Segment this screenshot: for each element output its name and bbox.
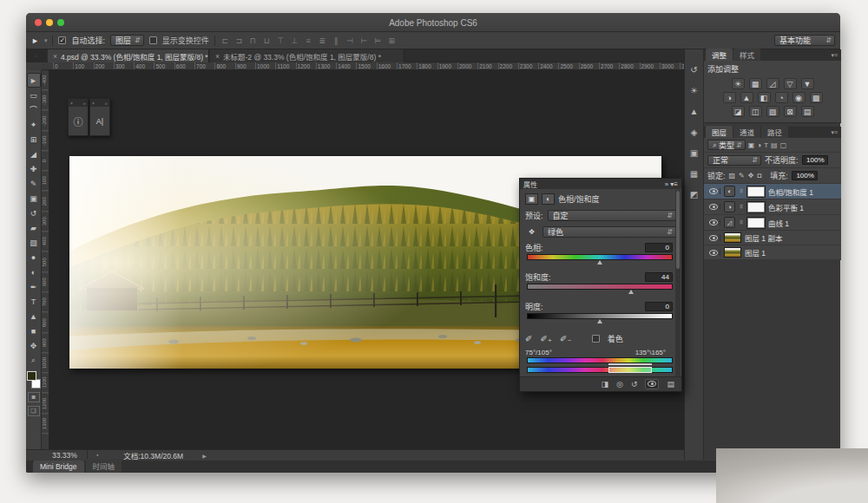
zoom-level-field[interactable]: 33.33% [52,451,87,460]
layer-filter-icon[interactable]: ◑ [757,141,761,149]
tool-button[interactable]: ✦ [27,117,41,132]
collapse-icon[interactable]: ›› [105,101,108,106]
adjustment-type-icon[interactable]: ◪ [732,106,745,117]
adjustment-type-icon[interactable]: ▦ [749,78,762,89]
tool-button[interactable]: ▭ [27,88,41,102]
tab-adjustments[interactable]: 调整 [706,49,733,61]
adjustment-badge-icon[interactable]: ◑ [724,201,735,212]
adjustment-type-icon[interactable]: ▤ [801,106,814,117]
tool-button[interactable]: ▣ [27,191,41,206]
adjustment-type-icon[interactable]: ◧ [758,92,771,103]
lock-icon[interactable]: ✥ [748,172,754,180]
visibility-eye-icon[interactable] [707,250,720,256]
collapse-icon[interactable]: ›› [83,101,86,106]
hue-value[interactable]: 0 [645,243,673,252]
tab-paths[interactable]: 路径 [761,126,788,138]
show-transform-checkbox[interactable]: ✓ [149,36,157,44]
tool-button[interactable]: ✒ [27,279,41,294]
adjustment-type-icon[interactable]: ◑ [723,92,736,103]
tool-button[interactable]: ► [27,73,41,88]
document-tab-1[interactable]: × 4.psd @ 33.3% (色相/饱和度 1, 图层蒙版/8) * [48,49,209,62]
targeted-adjust-icon[interactable]: ✥ [525,226,538,238]
collapsed-panel-icon[interactable]: ▦ [687,167,701,180]
align-icon[interactable]: ≣ [318,36,327,45]
layer-name[interactable]: 色彩平衡 1 [768,202,804,212]
panel-action-icon[interactable]: ↺ [631,380,638,389]
auto-select-checkbox[interactable]: ✓ [58,36,66,44]
eyedropper-icon[interactable]: ✐₊ [540,334,552,343]
align-icon[interactable]: ⊏ [220,36,230,45]
tool-button[interactable]: ⊞ [27,132,41,147]
move-tool-icon[interactable]: ► [31,36,39,45]
auto-select-dropdown[interactable]: 图层⇵ [110,35,144,46]
tab-timeline[interactable]: 时间轴 [86,459,122,473]
visibility-eye-icon[interactable] [707,219,720,225]
adjustment-type-icon[interactable]: ▽ [784,78,797,89]
fill-value[interactable]: 100% [792,171,818,180]
tab-mini-bridge[interactable]: Mini Bridge [33,461,84,473]
layer-row-color-balance[interactable]: ◑ ∞ 色彩平衡 1 [704,199,841,215]
visibility-eye-icon[interactable] [707,204,720,210]
align-icon[interactable]: ∥ [332,36,341,45]
hue-slider[interactable] [527,254,673,265]
adjustment-type-icon[interactable]: ◔ [775,92,788,103]
adjustment-type-icon[interactable]: ▨ [766,106,779,117]
tab-channels[interactable]: 通道 [733,126,760,138]
screen-mode-button[interactable]: ❏ [28,406,40,416]
tool-button[interactable]: ⌒ [27,102,41,117]
adjustment-badge-icon[interactable]: ◐ [724,186,735,197]
visibility-eye-icon[interactable] [707,188,720,194]
layer-filter-icon[interactable]: ▤ [771,141,778,149]
blend-mode-dropdown[interactable]: 正常⇵ [707,155,761,166]
info-panel-icon[interactable]: ⓘ [69,107,88,135]
lightness-value[interactable]: 0 [645,302,673,311]
align-icon[interactable]: ⊞ [387,36,397,45]
tab-styles[interactable]: 样式 [733,49,760,61]
saturation-slider[interactable] [527,284,673,294]
layer-filter-icon[interactable]: ▣ [748,141,755,149]
visibility-toggle-icon[interactable] [645,379,659,389]
layer-name[interactable]: 色相/饱和度 1 [768,186,813,197]
tool-button[interactable]: ■ [27,323,41,338]
collapsed-panel-icon[interactable]: ☀ [687,84,701,96]
preset-dropdown[interactable]: 自定⇵ [548,210,676,221]
adjustment-type-icon[interactable]: ◫ [749,106,762,117]
visibility-eye-icon[interactable] [707,235,720,241]
align-icon[interactable]: ⊔ [262,36,272,45]
properties-header[interactable]: 属性 » ▾≡ [520,179,681,189]
layer-name[interactable]: 图层 1 [745,247,766,258]
layer-thumbnail[interactable] [724,232,741,243]
layer-row-hue-saturation[interactable]: ◐ ∞ 色相/饱和度 1 [704,184,841,199]
layer-filter-icon[interactable]: T [764,141,768,149]
tool-button[interactable]: T [27,294,41,309]
opacity-value[interactable]: 100% [802,155,828,165]
layer-mask-thumbnail[interactable] [747,218,765,228]
close-icon[interactable]: × [92,101,95,106]
align-icon[interactable]: ⊓ [248,36,258,45]
layer-row-layer1-copy[interactable]: 图层 1 副本 [704,231,841,245]
adjustment-type-icon[interactable]: ☀ [732,78,745,89]
adjustment-badge-icon[interactable]: ◿ [724,217,735,228]
collapsed-panel-icon[interactable]: ◩ [687,188,701,200]
align-icon[interactable]: ⊥ [290,36,299,45]
hue-range-control[interactable] [527,363,673,366]
selected-range-highlight[interactable] [608,367,652,373]
eyedropper-icon[interactable]: ✐ [525,334,532,343]
tab-layers[interactable]: 图层 [706,126,733,138]
tool-button[interactable]: ✚ [27,161,41,176]
layer-row-curves[interactable]: ◿ ∞ 曲线 1 [704,215,841,231]
eyedropper-icon[interactable]: ✐₋ [560,334,572,343]
layer-thumbnail[interactable] [724,247,741,258]
adjustment-type-icon[interactable]: ◿ [766,78,779,89]
panel-menu-icon[interactable]: ▾≡ [827,129,841,138]
adjustment-type-icon[interactable]: ▩ [810,92,823,103]
tool-button[interactable]: ▧ [27,235,41,250]
quick-mask-button[interactable]: ◙ [28,392,40,402]
saturation-value[interactable]: 44 [645,272,673,282]
panel-menu-icon[interactable]: ▾≡ [670,180,678,188]
tool-button[interactable]: ● [27,250,41,265]
tool-button[interactable]: ✥ [27,338,41,353]
panel-menu-icon[interactable]: ▾≡ [827,52,841,61]
layer-mask-thumbnail[interactable] [747,186,765,197]
tool-button[interactable]: ⌕ [27,353,41,368]
